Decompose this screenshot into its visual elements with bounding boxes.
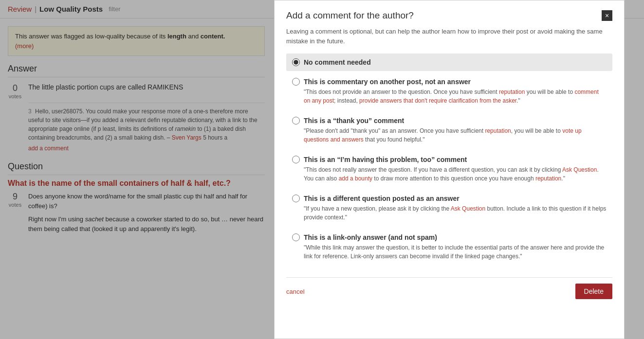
radio-label-thankyou: This is a “thank you” comment [304,117,404,125]
link-reputation-thankyou[interactable]: reputation [485,127,511,134]
radio-option-thankyou-header: This is a “thank you” comment [292,117,607,125]
link-reputation-commentary[interactable]: reputation [499,89,525,95]
radio-input-different[interactable] [292,195,300,202]
radio-label-different: This is a different question posted as a… [304,195,460,202]
radio-label-commentary: This is commentary on another post, not … [304,78,471,86]
radio-label-none: No comment needed [304,58,371,66]
radio-desc-commentary: "This does not provide an answer to the … [304,88,607,105]
radio-option-none-header: No comment needed [292,58,607,66]
radio-desc-linkonly: "While this link may answer the question… [304,243,607,261]
radio-option-linkonly[interactable]: This is a link-only answer (and not spam… [286,229,612,266]
modal-dialog: Add a comment for the author? × Leaving … [274,0,625,339]
modal-subtitle: Leaving a comment is optional, but can h… [286,27,612,46]
radio-desc-problem: "This does not really answer the questio… [304,165,607,183]
radio-option-different[interactable]: This is a different question posted as a… [286,190,612,227]
radio-desc-thankyou: "Please don't add "thank you" as an answ… [304,126,607,144]
page-background: Review | Low Quality Posts filter This a… [0,0,644,339]
radio-option-problem-header: This is an “I’m having this problem, too… [292,156,607,163]
radio-label-problem: This is an “I’m having this problem, too… [304,156,467,163]
radio-input-linkonly[interactable] [292,233,300,241]
radio-option-commentary[interactable]: This is commentary on another post, not … [286,73,612,110]
radio-input-commentary[interactable] [292,78,300,86]
radio-option-thankyou[interactable]: This is a “thank you” comment "Please do… [286,112,612,149]
modal-header: Add a comment for the author? × [286,10,612,21]
radio-option-different-header: This is a different question posted as a… [292,195,607,202]
radio-desc-different: "If you have a new question, please ask … [304,204,607,222]
delete-button[interactable]: Delete [575,284,612,299]
link-ask-question-different[interactable]: Ask Question [451,205,485,212]
modal-footer: cancel Delete [286,277,612,299]
radio-option-commentary-header: This is commentary on another post, not … [292,78,607,86]
radio-input-problem[interactable] [292,156,300,163]
link-add-bounty[interactable]: add a bounty [339,175,372,182]
modal-title: Add a comment for the author? [286,10,414,21]
radio-option-linkonly-header: This is a link-only answer (and not spam… [292,233,607,241]
radio-input-none[interactable] [292,58,300,66]
link-reputation-problem[interactable]: reputation [535,175,561,182]
radio-option-none[interactable]: No comment needed [286,54,612,71]
link-ask-question-problem[interactable]: Ask Question [562,166,597,173]
link-provide-answers[interactable]: provide answers that don't require clari… [359,97,516,104]
modal-close-button[interactable]: × [602,10,612,21]
link-vote-up[interactable]: vote up questions and answers [304,127,582,143]
radio-option-problem[interactable]: This is an “I’m having this problem, too… [286,151,612,188]
radio-label-linkonly: This is a link-only answer (and not spam… [304,233,437,241]
radio-input-thankyou[interactable] [292,117,300,125]
cancel-link[interactable]: cancel [286,288,305,295]
